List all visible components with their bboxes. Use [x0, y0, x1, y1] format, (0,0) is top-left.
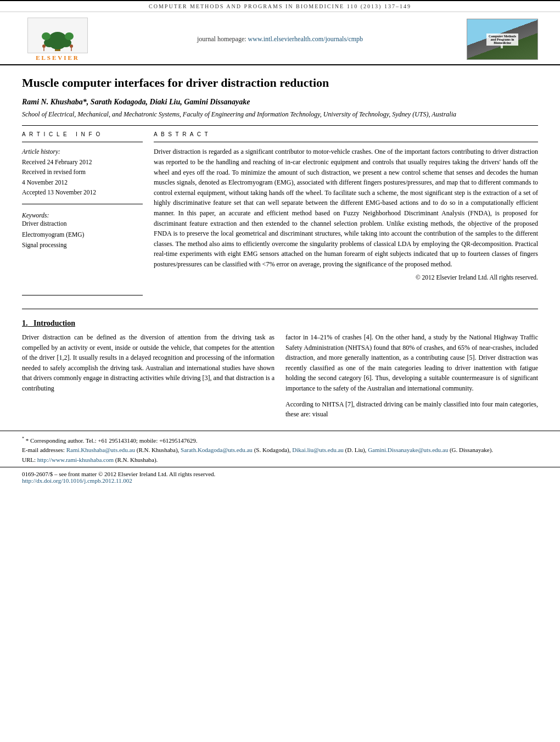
copyright: © 2012 Elsevier Ireland Ltd. All rights … [154, 274, 538, 281]
svg-point-5 [65, 32, 74, 40]
article-info-heading: A R T I C L E I N F O [22, 131, 143, 137]
intro-text-col2b: According to NHTSA [7], distracted drivi… [285, 399, 538, 420]
journal-homepage: journal homepage: www.intl.elsevierhealt… [197, 35, 363, 43]
divider-article-info [22, 142, 143, 142]
abstract-text: Driver distraction is regarded as a sign… [154, 147, 538, 269]
footer-bottom: 0169-2607/$ – see front matter © 2012 El… [0, 467, 560, 487]
svg-point-8 [70, 44, 73, 48]
journal-logo-right: Computer Methodsand Programs inBiomedici… [467, 19, 538, 60]
divider-intro [22, 309, 538, 309]
main-content: Muscle computer interfaces for driver di… [0, 65, 560, 431]
homepage-label: journal homepage: [197, 35, 247, 43]
abstract-heading: A B S T R A C T [154, 131, 538, 137]
corresponding-text: * Corresponding author. Tel.: +61 295143… [26, 437, 198, 443]
svg-point-6 [42, 44, 46, 48]
logos-row: ELSEVIER journal homepage: www.intl.else… [0, 12, 560, 65]
article-info-abstract: A R T I C L E I N F O Article history: R… [22, 131, 538, 300]
left-column: A R T I C L E I N F O Article history: R… [22, 131, 143, 300]
intro-title: 1. Introduction [22, 319, 538, 328]
homepage-url[interactable]: www.intl.elsevierhealth.com/journals/cmp… [248, 35, 363, 43]
history-label: Article history: [22, 147, 143, 157]
email-label: E-mail addresses: [22, 447, 66, 453]
email-gamini[interactable]: Gamini.Dissanayake@uts.edu.au [368, 447, 448, 453]
intro-col2: factor in 14–21% of crashes [4]. On the … [285, 332, 538, 420]
journal-title: Computer Methods and Programs in Biomedi… [149, 3, 411, 9]
right-column: A B S T R A C T Driver distraction is re… [154, 131, 538, 300]
email-sarath-name: (S. Kodagoda), [254, 447, 293, 453]
article-history: Article history: Received 24 February 20… [22, 147, 143, 197]
email-rami[interactable]: Rami.Khushaba@uts.edu.au [66, 447, 135, 453]
url-label: URL: [22, 456, 37, 463]
keywords-section: Keywords: Driver distraction Electromyog… [22, 212, 143, 251]
revised-label: Received in revised form [22, 167, 143, 177]
url-name: (R.N. Khushaba). [115, 456, 158, 463]
author-names: Rami N. Khushaba*, Sarath Kodagoda, Diak… [22, 98, 250, 106]
footer: * * Corresponding author. Tel.: +61 2951… [0, 431, 560, 467]
affiliation: School of Electrical, Mechanical, and Me… [22, 110, 538, 119]
url-line: URL: http://www.rami-khushaba.com (R.N. … [22, 455, 538, 465]
received-date: Received 24 February 2012 [22, 157, 143, 167]
keywords-label: Keywords: [22, 212, 143, 219]
intro-col1: Driver distraction can be defined as the… [22, 332, 275, 420]
paper-title: Muscle computer interfaces for driver di… [22, 75, 538, 91]
email-dikai[interactable]: Dikai.liu@uts.edu.au [292, 447, 344, 453]
elsevier-image [27, 18, 88, 53]
divider-bottom-left [22, 295, 143, 295]
svg-point-4 [42, 32, 51, 40]
homepage-link[interactable]: http://www.rami-khushaba.com [37, 456, 114, 463]
intro-heading: Introduction [33, 319, 75, 327]
intro-number: 1. [22, 319, 28, 327]
elsevier-logo: ELSEVIER [22, 18, 93, 61]
journal-header: Computer Methods and Programs in Biomedi… [0, 0, 560, 12]
email-addresses: E-mail addresses: Rami.Khushaba@uts.edu.… [22, 445, 538, 455]
email-sarath[interactable]: Sarath.Kodagoda@uts.edu.au [181, 447, 253, 453]
license-text: 0169-2607/$ – see front matter © 2012 El… [22, 471, 538, 477]
email-rami-name: (R.N. Khushaba), [137, 447, 181, 453]
page: Computer Methods and Programs in Biomedi… [0, 0, 560, 742]
divider-abstract [154, 142, 538, 142]
intro-text-col2: factor in 14–21% of crashes [4]. On the … [285, 332, 538, 394]
keyword-3: Signal processing [22, 240, 143, 251]
email-dikai-name: (D. Liu), [345, 447, 368, 453]
elsevier-wordmark: ELSEVIER [36, 54, 80, 61]
corresponding-author: * * Corresponding author. Tel.: +61 2951… [22, 436, 538, 445]
journal-logo-text: Computer Methodsand Programs inBiomedici… [485, 32, 519, 47]
keyword-1: Driver distraction [22, 219, 143, 230]
accepted-date: Accepted 13 November 2012 [22, 187, 143, 197]
divider-keywords [22, 204, 143, 204]
keyword-2: Electromyogram (EMG) [22, 230, 143, 241]
divider-1 [22, 125, 538, 126]
email-gamini-name: (G. Dissanayake). [450, 447, 493, 453]
doi-link[interactable]: http://dx.doi.org/10.1016/j.cmpb.2012.11… [22, 477, 132, 484]
revised-date: 4 November 2012 [22, 177, 143, 187]
authors: Rami N. Khushaba*, Sarath Kodagoda, Diak… [22, 98, 538, 107]
intro-body: Driver distraction can be defined as the… [22, 332, 538, 420]
elsevier-tree-svg [38, 25, 77, 53]
introduction-section: 1. Introduction Driver distraction can b… [22, 319, 538, 420]
intro-text-col1: Driver distraction can be defined as the… [22, 332, 275, 394]
